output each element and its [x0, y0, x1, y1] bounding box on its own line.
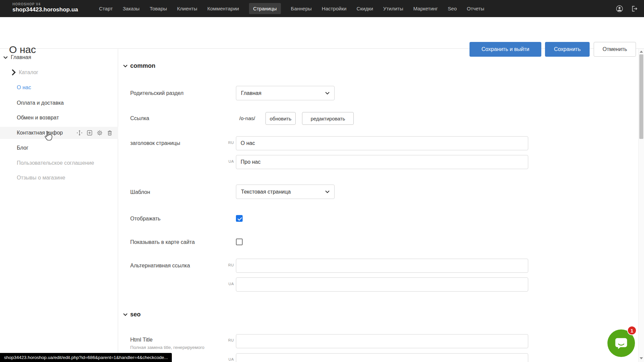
- nav-item-settings[interactable]: Настройки: [322, 6, 347, 11]
- scrollbar-thumb[interactable]: [639, 54, 643, 139]
- parent-section-value: Главная: [241, 90, 261, 96]
- sidebar-item-about[interactable]: О нас: [17, 84, 31, 92]
- settings-gear-icon[interactable]: [97, 130, 103, 136]
- cancel-button[interactable]: Отменить: [594, 42, 636, 57]
- topbar-icons: [616, 0, 638, 17]
- display-label: Отображать: [130, 215, 160, 222]
- sidebar-item-catalog[interactable]: Каталог: [11, 68, 38, 76]
- link-label: Ссылка: [130, 115, 149, 122]
- chevron-right-icon[interactable]: [11, 70, 16, 75]
- sidebar-item-label: Каталог: [19, 68, 38, 76]
- save-and-exit-button[interactable]: Сохранить и выйти: [469, 42, 541, 57]
- sidebar-item-label: Оплата и доставка: [17, 99, 64, 107]
- brand-version: HOROSHOP V4: [12, 2, 78, 6]
- sidebar-item-contact-info[interactable]: Контактная инфор: [17, 129, 63, 137]
- topbar: HOROSHOP V4 shop34423.horoshop.ua Старт …: [0, 0, 644, 17]
- nav-item-products[interactable]: Товары: [150, 6, 167, 11]
- nav-item-pages[interactable]: Страницы: [249, 3, 281, 14]
- scroll-up-arrow[interactable]: [640, 51, 643, 53]
- add-page-icon[interactable]: [87, 130, 93, 136]
- sidebar-item-label: Блог: [17, 144, 29, 152]
- status-url: shop34423.horoshop.ua/edit/edit.php?id=6…: [4, 355, 168, 360]
- alt-link-ru-input[interactable]: [236, 259, 528, 273]
- nav-item-discounts[interactable]: Скидки: [356, 6, 373, 11]
- save-button[interactable]: Сохранить: [545, 42, 590, 57]
- brand-domain: shop34423.horoshop.ua: [12, 6, 78, 13]
- sidebar-item-label: Пользовательское соглашение: [17, 159, 94, 167]
- sidebar-item-label: О нас: [17, 84, 31, 92]
- page-title: О нас: [9, 44, 36, 55]
- nav-item-seo[interactable]: Seo: [448, 6, 457, 11]
- chevron-down-icon[interactable]: [3, 55, 8, 60]
- template-value: Текстовая страница: [241, 189, 291, 195]
- alt-link-label: Альтернативная ссылка: [130, 262, 190, 269]
- page-title-field-label: заголовок страницы: [130, 140, 180, 147]
- sidebar-item-actions: [77, 130, 113, 136]
- page-title-ru-input[interactable]: [236, 136, 528, 150]
- lang-badge-ru: RU: [219, 338, 234, 342]
- delete-trash-icon[interactable]: [107, 130, 113, 136]
- html-title-ru-input[interactable]: [236, 334, 528, 348]
- parent-section-select[interactable]: Главная: [236, 86, 335, 100]
- edit-form: common Родительский раздел Главная Ссылк…: [118, 49, 638, 362]
- sidebar-item-exchange-return[interactable]: Обмен и возврат: [17, 114, 59, 122]
- lang-badge-ru: RU: [219, 141, 234, 145]
- page-title-ua-input[interactable]: [236, 155, 528, 169]
- sidebar-item-label: Обмен и возврат: [17, 114, 59, 122]
- sitemap-label: Показывать в карте сайта: [130, 239, 195, 246]
- sidebar-tree: Главная Каталог О нас Оплата и доставка …: [0, 49, 118, 362]
- sidebar-item-store-reviews[interactable]: Отзывы о магазине: [17, 174, 65, 182]
- nav-item-start[interactable]: Старт: [99, 6, 113, 11]
- lang-badge-ru: RU: [219, 263, 234, 267]
- nav-item-banners[interactable]: Баннеры: [291, 6, 312, 11]
- section-seo-header[interactable]: seo: [123, 311, 141, 318]
- nav-item-comments[interactable]: Комментарии: [207, 6, 239, 11]
- top-nav: Старт Заказы Товары Клиенты Комментарии …: [99, 0, 484, 17]
- html-title-label: Html Title: [130, 337, 153, 343]
- nav-item-reports[interactable]: Отчеты: [467, 6, 484, 11]
- edit-link-button[interactable]: редактировать: [302, 112, 354, 125]
- page-header: О нас Сохранить и выйти Сохранить Отмени…: [0, 17, 644, 49]
- chevron-down-icon: [325, 190, 330, 193]
- nav-item-orders[interactable]: Заказы: [123, 6, 140, 11]
- collapse-chevron-icon: [123, 313, 128, 316]
- sidebar-item-user-agreement[interactable]: Пользовательское соглашение: [17, 159, 94, 167]
- sitemap-checkbox[interactable]: [236, 239, 243, 245]
- nav-item-marketing[interactable]: Маркетинг: [413, 6, 438, 11]
- collapse-chevron-icon: [123, 64, 128, 67]
- alt-link-ua-input[interactable]: [236, 277, 528, 292]
- nav-item-utilities[interactable]: Утилиты: [383, 6, 403, 11]
- brand-logo[interactable]: HOROSHOP V4 shop34423.horoshop.ua: [12, 2, 78, 13]
- lang-badge-ua: UA: [219, 282, 234, 286]
- lang-badge-ua: UA: [219, 357, 234, 361]
- template-label: Шаблон: [130, 189, 150, 196]
- nav-item-clients[interactable]: Клиенты: [177, 6, 197, 11]
- lang-badge-ua: UA: [219, 159, 234, 163]
- template-select[interactable]: Текстовая страница: [236, 185, 335, 199]
- logout-icon[interactable]: [631, 5, 638, 12]
- status-url-bar: shop34423.horoshop.ua/edit/edit.php?id=6…: [0, 353, 172, 362]
- account-icon[interactable]: [616, 5, 623, 12]
- parent-section-label: Родительский раздел: [130, 90, 184, 97]
- chat-bubble-icon: [614, 336, 628, 350]
- html-title-note: Полная замена title, генерируемого: [130, 345, 204, 350]
- sidebar-item-label: Контактная инфор: [17, 129, 63, 137]
- move-icon[interactable]: [77, 130, 83, 136]
- chat-unread-badge: 1: [627, 326, 637, 335]
- section-common-header[interactable]: common: [123, 62, 155, 69]
- scroll-down-arrow[interactable]: [640, 357, 643, 359]
- link-path: /o-nas/: [239, 115, 255, 122]
- sidebar-item-payment-delivery[interactable]: Оплата и доставка: [17, 99, 64, 107]
- refresh-link-button[interactable]: обновить: [265, 112, 296, 125]
- chevron-down-icon: [325, 92, 330, 95]
- section-title: common: [130, 62, 155, 69]
- scrollbar[interactable]: [638, 49, 644, 362]
- html-title-ua-input[interactable]: [236, 353, 528, 362]
- sidebar-item-label: Отзывы о магазине: [17, 174, 65, 182]
- sidebar-item-blog[interactable]: Блог: [17, 144, 29, 152]
- section-title: seo: [130, 311, 141, 318]
- display-checkbox[interactable]: [236, 215, 243, 222]
